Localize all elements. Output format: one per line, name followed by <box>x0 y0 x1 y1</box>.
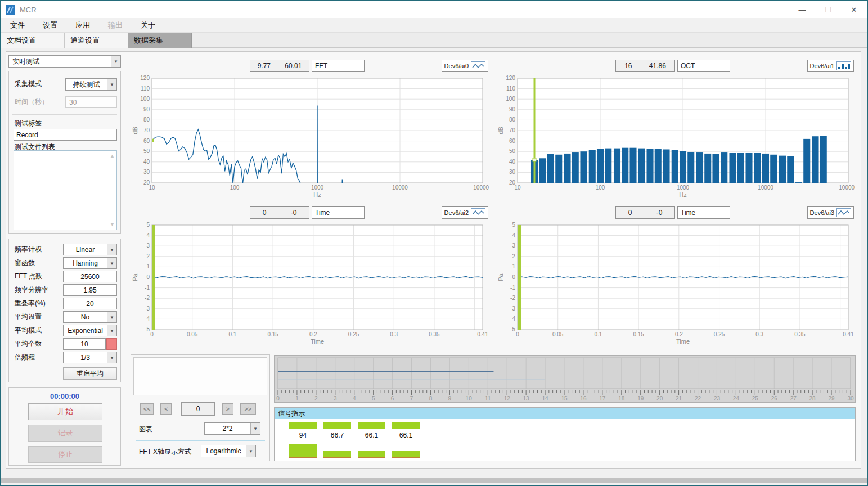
menu-settings[interactable]: 设置 <box>34 18 66 33</box>
svg-text:-3: -3 <box>145 305 150 312</box>
avg-mode-select[interactable]: Exponential ▾ <box>63 325 117 336</box>
signal-channel-1: 66.7 <box>323 419 351 461</box>
svg-text:19: 19 <box>637 395 644 402</box>
tab-channel-settings[interactable]: 通道设置 <box>65 33 128 48</box>
dropdown-arrow-icon: ▾ <box>111 56 120 67</box>
freq-weighting-select[interactable]: Linear ▾ <box>63 244 117 255</box>
fft-points-input[interactable] <box>63 271 117 282</box>
svg-text:0.2: 0.2 <box>675 331 683 338</box>
signal-meter-bar <box>392 451 420 458</box>
tab-document-settings[interactable]: 文档设置 <box>1 33 65 48</box>
svg-text:4: 4 <box>146 232 150 238</box>
svg-text:0.25: 0.25 <box>714 331 725 338</box>
signal-channel-3: 66.1 <box>392 419 420 461</box>
menu-about[interactable]: 关于 <box>132 18 164 33</box>
svg-text:0: 0 <box>146 274 150 280</box>
divider <box>136 440 265 441</box>
octave-plot[interactable]: 2030405060708090100110120101001000100001… <box>497 75 855 200</box>
time-plot-ai2[interactable]: -5-4-3-2-101234500.050.10.150.20.250.30.… <box>132 222 489 346</box>
chart-mode-box[interactable]: OCT <box>677 60 730 72</box>
timeline-ruler[interactable]: 0123456789101112131415161718192021222324… <box>275 356 855 402</box>
svg-text:90: 90 <box>509 106 516 112</box>
fft-plot[interactable]: 2030405060708090100110120101001000100001… <box>132 75 489 200</box>
channel-selector[interactable]: Dev6/ai3 <box>807 206 854 219</box>
avg-count-status-swatch <box>106 338 117 350</box>
svg-text:24: 24 <box>733 395 740 402</box>
chart-mode-box[interactable]: Time <box>312 206 365 219</box>
acquisition-group: 采集模式 持续测试 ▾ 时间（秒） 测试标签 测试文件列表 ▲ ▼ <box>8 71 121 234</box>
duration-input <box>65 96 117 108</box>
menu-file[interactable]: 文件 <box>1 18 34 33</box>
svg-text:Time: Time <box>311 338 324 345</box>
next-page-button[interactable]: > <box>222 403 233 415</box>
svg-text:17: 17 <box>599 395 606 402</box>
record-name-input[interactable] <box>14 129 117 141</box>
signal-meter-bar <box>358 451 385 458</box>
svg-text:5: 5 <box>146 222 150 228</box>
analysis-settings-group: 频率计权 Linear ▾ 窗函数 Hanning ▾ <box>8 238 121 382</box>
scroll-down-icon[interactable]: ▼ <box>110 222 115 227</box>
channel-selector[interactable]: Dev6/ai0 <box>442 60 488 72</box>
svg-text:Time: Time <box>676 338 690 345</box>
window-function-select[interactable]: Hanning ▾ <box>63 257 117 269</box>
channel-selector[interactable]: Dev6/ai1 <box>807 60 854 72</box>
octave-select[interactable]: 1/3 ▾ <box>63 352 117 363</box>
start-button[interactable]: 开始 <box>28 403 102 420</box>
tab-data-acquisition[interactable]: 数据采集 <box>128 33 192 48</box>
svg-text:90: 90 <box>143 106 150 112</box>
avg-setting-select[interactable]: No ▾ <box>63 311 117 323</box>
svg-text:3: 3 <box>146 242 150 249</box>
cursor-readout: 9.77 60.01 <box>250 60 309 72</box>
svg-text:100: 100 <box>230 184 240 191</box>
svg-text:70: 70 <box>509 127 516 133</box>
fft-axis-mode-select[interactable]: Logarithmic ▾ <box>201 445 256 457</box>
page-number-box[interactable]: 0 <box>181 402 215 416</box>
dropdown-arrow-icon: ▾ <box>107 244 116 255</box>
maximize-icon[interactable]: ☐ <box>815 1 841 18</box>
prev-page-button[interactable]: < <box>160 403 172 415</box>
preview-box <box>133 357 267 395</box>
close-icon[interactable]: ✕ <box>841 1 867 18</box>
svg-text:0: 0 <box>276 395 280 402</box>
svg-text:6: 6 <box>391 395 394 402</box>
svg-text:25: 25 <box>752 395 759 402</box>
svg-text:1: 1 <box>146 263 150 269</box>
svg-text:23: 23 <box>714 395 721 402</box>
test-mode-select[interactable]: 实时测试 ▾ <box>8 55 121 68</box>
acq-mode-select[interactable]: 持续测试 ▾ <box>65 78 117 91</box>
svg-text:0: 0 <box>512 274 515 280</box>
chart-mode-box[interactable]: FFT <box>312 60 365 72</box>
record-timeline[interactable]: 0123456789101112131415161718192021222324… <box>274 356 856 403</box>
svg-text:10: 10 <box>149 184 155 191</box>
chart-mode-box[interactable]: Time <box>677 206 730 219</box>
last-page-button[interactable]: >> <box>240 403 256 415</box>
svg-text:27: 27 <box>790 395 797 402</box>
svg-text:30: 30 <box>143 169 150 175</box>
test-file-list[interactable]: ▲ ▼ <box>14 150 117 230</box>
chart-layout-select[interactable]: 2*2 ▾ <box>204 422 260 435</box>
signal-meter-bar <box>323 451 351 458</box>
svg-text:0.3: 0.3 <box>755 331 763 338</box>
time-plot-ai3[interactable]: -5-4-3-2-101234500.050.10.150.20.250.30.… <box>497 222 855 346</box>
svg-text:80: 80 <box>143 116 150 123</box>
svg-text:0.25: 0.25 <box>348 331 359 338</box>
overlap-input[interactable] <box>63 298 117 309</box>
menu-application[interactable]: 应用 <box>66 18 99 33</box>
svg-text:30: 30 <box>847 395 854 402</box>
first-page-button[interactable]: << <box>140 403 154 415</box>
channel-selector[interactable]: Dev6/ai2 <box>442 206 488 219</box>
scroll-up-icon[interactable]: ▲ <box>110 153 115 159</box>
svg-text:40: 40 <box>143 159 150 165</box>
svg-text:0.35: 0.35 <box>429 331 440 338</box>
line-chart-icon <box>471 61 485 70</box>
menu-bar: 文件 设置 应用 输出 关于 <box>1 18 867 33</box>
elapsed-timer: 00:00:00 <box>9 392 120 400</box>
svg-text:Pa: Pa <box>497 273 504 281</box>
dropdown-arrow-icon: ▾ <box>107 79 116 90</box>
avg-count-input[interactable] <box>63 338 106 350</box>
freq-resolution-input[interactable] <box>63 284 117 296</box>
svg-text:29: 29 <box>829 395 835 402</box>
restart-average-button[interactable]: 重启平均 <box>63 367 117 380</box>
svg-text:21: 21 <box>676 395 682 402</box>
minimize-icon[interactable]: — <box>789 1 815 18</box>
